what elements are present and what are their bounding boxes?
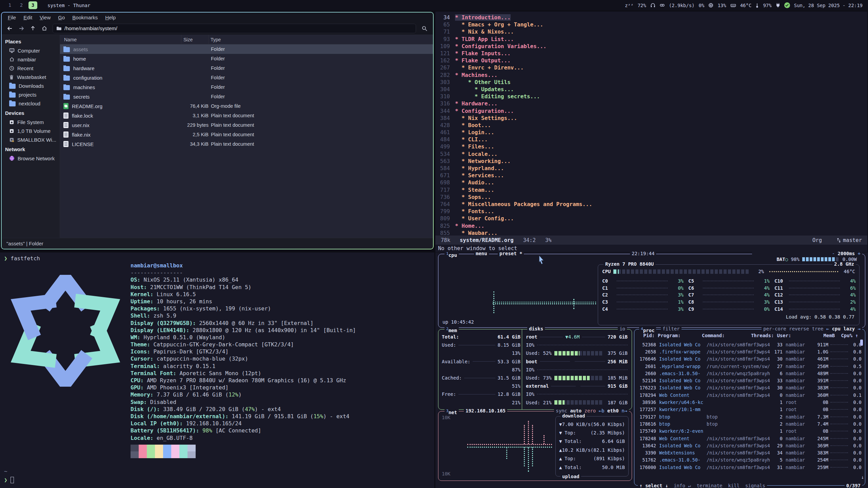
sidebar-item-home[interactable]: nambiar xyxy=(2,55,60,64)
org-heading[interactable]: * Flake Output... xyxy=(455,57,511,64)
org-heading[interactable]: * Machines... xyxy=(455,72,497,78)
column-header-type[interactable]: Type xyxy=(209,35,433,44)
column-header-name[interactable]: Name xyxy=(60,35,181,44)
major-mode[interactable]: Org xyxy=(812,237,822,243)
org-heading[interactable]: * Nix Settings... xyxy=(455,115,517,121)
temperature-value[interactable]: 46°C xyxy=(740,3,752,8)
up-button[interactable] xyxy=(27,24,38,33)
file-row[interactable]: README.org 76,4 KiB Org-mode file xyxy=(60,101,433,111)
file-row[interactable]: machines Folder xyxy=(60,82,433,92)
network-link-icon[interactable] xyxy=(659,3,665,8)
file-row[interactable]: LICENSE 34,3 KiB Plain text document xyxy=(60,139,433,149)
sidebar-item-smallbox-drive[interactable]: SMALLBOX Wi... xyxy=(2,135,60,144)
proc-box-title[interactable]: 4proc xyxy=(639,326,656,333)
workspace-2[interactable]: 2 xyxy=(17,1,26,9)
org-heading[interactable]: * Hyprland... xyxy=(455,165,504,171)
process-row[interactable]: 176000 Isolated Web Co /nix/store/sm8fmr… xyxy=(637,464,858,471)
menu-item[interactable]: Edit xyxy=(20,14,36,21)
org-heading[interactable]: * Updates... xyxy=(455,86,514,93)
org-heading[interactable]: * Steam... xyxy=(455,187,494,193)
header-threads[interactable]: Threads: xyxy=(751,333,774,338)
org-heading[interactable]: * Networking... xyxy=(455,158,511,164)
file-row[interactable]: home Folder xyxy=(60,54,433,63)
filter-button[interactable]: filter xyxy=(661,326,682,332)
org-heading[interactable]: * TLDR App List... xyxy=(455,36,514,42)
org-heading[interactable]: * Services... xyxy=(455,172,504,179)
process-row[interactable]: 178294 Web Content /nix/store/sm8fmrf3wp… xyxy=(637,391,858,399)
process-row[interactable]: 175749 kworker/6:2-even 1 root 0B 0.0 xyxy=(637,428,858,435)
process-row[interactable]: 179127 btop btop 2 nambiar 7.3M 0.0 xyxy=(637,413,858,420)
org-heading[interactable]: * Introduction... xyxy=(455,14,511,21)
mem-box-title[interactable]: 2mem xyxy=(445,326,459,333)
proc-scrollbar[interactable] xyxy=(860,340,863,346)
clock-date[interactable]: Sun, 28 Sep 2025 - 22:19 xyxy=(794,3,863,8)
home-button[interactable] xyxy=(39,24,50,33)
column-header-size[interactable]: Size xyxy=(181,35,209,44)
process-row[interactable]: 3390 WebExtensions /nix/store/sm8fmrf3wp… xyxy=(637,449,858,456)
file-row[interactable]: flake.lock 3,1 KiB Plain text document xyxy=(60,111,433,120)
preset-button[interactable]: preset * xyxy=(498,251,524,257)
process-row[interactable]: 178616 btop btop 2 nambiar 7.4M 0.0 xyxy=(637,420,858,427)
disks-io-toggle[interactable]: io xyxy=(618,326,627,332)
org-heading[interactable]: * Configuration Variables... xyxy=(455,43,547,49)
sidebar-item-nextcloud[interactable]: nextcloud xyxy=(2,99,60,108)
file-row[interactable]: hardware Folder xyxy=(60,63,433,73)
memory-usage-value[interactable]: 13% xyxy=(717,3,726,8)
menu-item[interactable]: Help xyxy=(102,14,119,21)
sidebar-item-downloads[interactable]: Downloads xyxy=(2,81,60,90)
org-heading[interactable]: * Emacs + Org + Tangle... xyxy=(455,21,543,28)
process-row[interactable]: 51762 .emacs-31.0.50- /nix/store/wnqz5pa… xyxy=(637,456,858,464)
update-interval[interactable]: - 2000ms + xyxy=(830,251,862,257)
path-bar[interactable]: /home/nambiar/system/ xyxy=(53,24,416,33)
cpu-usage-value[interactable]: 0% xyxy=(699,3,705,8)
search-button[interactable] xyxy=(419,24,430,33)
org-heading[interactable]: * Nix & Nixos... xyxy=(455,28,514,35)
org-heading[interactable]: * Flake Inputs... xyxy=(455,50,511,57)
org-heading[interactable]: * Editing secrets... xyxy=(455,93,540,100)
org-heading[interactable]: * Boot... xyxy=(455,122,491,128)
process-row[interactable]: 2660 .emacs-31.0.50- /nix/store/wnqz5pa8… xyxy=(637,370,858,377)
file-row[interactable]: user.nix 229 bytes Plain text document xyxy=(60,120,433,130)
headphones-icon[interactable] xyxy=(650,3,655,8)
org-heading[interactable]: * Sops... xyxy=(455,194,491,200)
header-memb[interactable]: MemB xyxy=(801,333,835,338)
process-row[interactable]: 176223 Isolated Web Co /nix/store/sm8fmr… xyxy=(637,384,858,391)
process-row[interactable]: 52134 Isolated Web Co /nix/store/sm8fmrf… xyxy=(637,377,858,384)
menu-item[interactable]: File xyxy=(4,14,19,21)
menu-item[interactable]: Go xyxy=(55,14,68,21)
battery-value[interactable]: 97% xyxy=(763,3,771,8)
org-heading[interactable]: * Miscellaneous Packages and Programs... xyxy=(455,201,592,207)
org-heading[interactable]: * Audio... xyxy=(455,179,494,186)
org-heading[interactable]: * Configuration... xyxy=(455,108,514,114)
status-ok-icon[interactable] xyxy=(784,2,790,8)
cpu-box-title[interactable]: 1cpu xyxy=(445,251,459,258)
scroll-down-indicator[interactable]: ↓ xyxy=(861,474,864,480)
menu-button[interactable]: menu xyxy=(474,251,489,257)
file-row[interactable]: secrets Folder xyxy=(60,92,433,101)
sidebar-item-wastebasket[interactable]: Wastebasket xyxy=(2,73,60,81)
header-pid[interactable]: Pid: xyxy=(637,333,655,338)
org-heading[interactable]: * Locale... xyxy=(455,151,497,157)
volume-value[interactable]: 72% xyxy=(637,3,646,8)
org-heading[interactable]: * Hardware... xyxy=(455,100,497,107)
org-heading[interactable]: * CLI... xyxy=(455,136,488,143)
process-row[interactable]: 52368 Isolated Web Co /nix/store/sm8fmrf… xyxy=(637,341,858,348)
process-row[interactable]: 13642 Isolated Web Co /nix/store/sm8fmrf… xyxy=(637,442,858,449)
sidebar-item-volume[interactable]: 1,0 TB Volume xyxy=(2,126,60,135)
workspace-3-active[interactable]: 3 xyxy=(28,1,37,9)
sidebar-item-computer[interactable]: Computer xyxy=(2,46,60,55)
forward-button[interactable] xyxy=(16,24,27,33)
header-cpu[interactable]: Cpu% ↑ xyxy=(835,333,858,338)
file-row[interactable]: configuration Folder xyxy=(60,73,433,82)
process-row[interactable]: 178248 Web Content /nix/store/sm8fmrf3wp… xyxy=(637,435,858,442)
org-heading[interactable]: * Envrc + Direnv... xyxy=(455,64,524,71)
process-row[interactable]: 2658 .firefox-wrappe /nix/store/sm8fmrf3… xyxy=(637,348,858,355)
disks-title[interactable]: disks xyxy=(527,326,545,332)
git-branch[interactable]: master xyxy=(837,237,862,243)
proc-options[interactable]: per-core reverse tree ← cpu lazy → xyxy=(762,326,862,332)
org-heading[interactable]: * Other Utils xyxy=(455,79,511,85)
idle-inhibit-icon[interactable]: zᶻᶻ xyxy=(625,3,633,8)
process-row[interactable]: 177257 kworker/10:1-mm_ 1 root 0B 0.0 xyxy=(637,406,858,413)
menu-item[interactable]: Bookmarks xyxy=(69,14,101,21)
header-command[interactable]: Command: xyxy=(702,333,751,338)
